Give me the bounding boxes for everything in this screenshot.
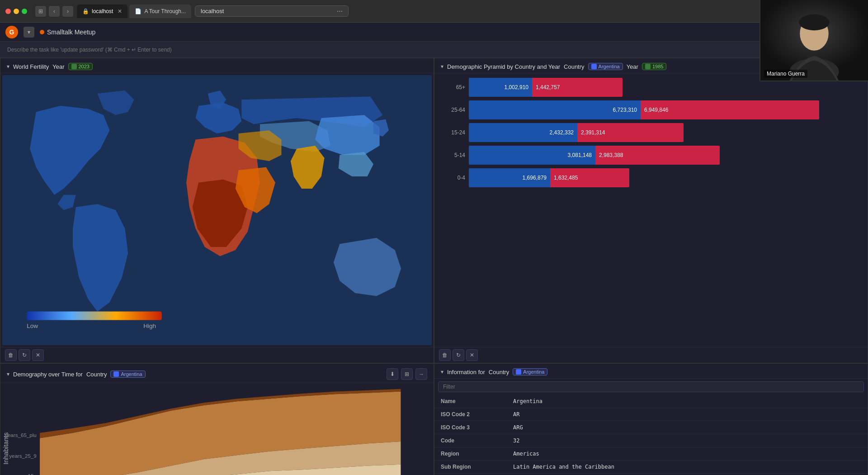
tab-tour-favicon: 📄 bbox=[135, 8, 142, 14]
nav-back-btn[interactable]: ‹ bbox=[49, 6, 60, 17]
world-map-year-label: Year bbox=[52, 63, 64, 70]
world-map-chevron-icon[interactable]: ▾ bbox=[7, 63, 9, 70]
information-chevron-icon[interactable]: ▾ bbox=[441, 369, 443, 375]
app-header: G ▾ Smalltalk Meetup bbox=[0, 23, 868, 42]
tab-localhost-label: localhost bbox=[92, 8, 113, 14]
world-map-delete-btn[interactable]: 🗑 bbox=[5, 349, 17, 361]
tab-tour[interactable]: 📄 A Tour Through... bbox=[129, 5, 191, 18]
table-key: Region bbox=[434, 447, 507, 461]
information-country-badge[interactable]: Argentina bbox=[513, 368, 547, 375]
information-table: NameArgentinaISO Code 2ARISO Code 3ARGCo… bbox=[434, 395, 868, 475]
pyramid-age-label: 65+ bbox=[442, 84, 469, 90]
pyramid-bar-right: 1,632,485 bbox=[550, 168, 629, 187]
task-placeholder: Describe the task like 'update password'… bbox=[7, 47, 172, 53]
address-bar[interactable]: localhost ⋯ bbox=[195, 5, 349, 17]
pyramid-bar-right: 2,983,388 bbox=[595, 146, 720, 165]
demography-country-badge-icon bbox=[113, 371, 119, 377]
address-text: localhost bbox=[201, 8, 224, 14]
maximize-window-btn[interactable] bbox=[22, 9, 27, 14]
nav-sidebar-btn[interactable]: ⊞ bbox=[35, 6, 46, 17]
pyramid-age-label: 15-24 bbox=[442, 129, 469, 136]
pyramid-chart: 65+1,002,9101,442,75725-646,723,3106,949… bbox=[434, 73, 868, 347]
pyramid-delete-btn[interactable]: 🗑 bbox=[439, 349, 451, 361]
table-value: Argentina bbox=[507, 395, 868, 408]
tab-tour-label: A Tour Through... bbox=[144, 8, 186, 14]
pyramid-close-btn[interactable]: ✕ bbox=[466, 349, 478, 361]
table-value: Latin America and the Caribbean bbox=[507, 461, 868, 474]
pyramid-row: 15-242,432,3322,391,314 bbox=[442, 123, 860, 142]
world-map-close-btn[interactable]: ✕ bbox=[32, 349, 44, 361]
app-name-container: Smalltalk Meetup bbox=[40, 28, 95, 36]
pyramid-chevron-icon[interactable]: ▾ bbox=[441, 63, 443, 70]
demography-download-btn[interactable]: ⬇ bbox=[387, 368, 398, 380]
pyramid-bar-left: 6,723,310 bbox=[469, 100, 641, 119]
information-country-value: Argentina bbox=[523, 369, 544, 375]
browser-tabs-container: 🔒 localhost ✕ 📄 A Tour Through... bbox=[77, 5, 191, 18]
information-title: Information for bbox=[447, 369, 485, 375]
information-panel: ▾ Information for Country Argentina Name… bbox=[434, 363, 868, 475]
table-key: Code bbox=[434, 434, 507, 447]
pyramid-bar-left: 2,432,332 bbox=[469, 123, 577, 142]
pyramid-bar-container: 6,723,3106,949,846 bbox=[469, 100, 860, 119]
webcam-name-label: Mariano Guerra bbox=[764, 70, 807, 78]
app-menu-btn[interactable]: ▾ bbox=[24, 27, 34, 38]
nav-forward-btn[interactable]: › bbox=[62, 6, 73, 17]
pyramid-bar-container: 2,432,3322,391,314 bbox=[469, 123, 860, 142]
pyramid-country-badge-icon bbox=[591, 64, 597, 69]
world-map-year-value: 2023 bbox=[79, 64, 90, 69]
table-row: Code32 bbox=[434, 434, 868, 447]
demography-panel: ▾ Demography over Time for Country Argen… bbox=[0, 363, 434, 475]
demography-country-badge[interactable]: Argentina bbox=[110, 370, 145, 378]
pyramid-refresh-btn[interactable]: ↻ bbox=[453, 349, 464, 361]
pyramid-country-badge[interactable]: Argentina bbox=[588, 63, 623, 70]
svg-rect-2 bbox=[27, 311, 162, 320]
world-map-svg: Low High bbox=[2, 75, 432, 345]
pyramid-year-label: Year bbox=[627, 63, 638, 70]
world-map-panel: ▾ World Fertility Year 2023 bbox=[0, 58, 434, 363]
demography-chevron-icon[interactable]: ▾ bbox=[7, 371, 9, 377]
demography-expand-btn[interactable]: → bbox=[415, 368, 427, 380]
table-value: AR bbox=[507, 408, 868, 421]
status-dot bbox=[40, 30, 44, 34]
webcam-overlay: Mariano Guerra bbox=[760, 0, 868, 81]
pyramid-title: Demographic Pyramid by Country and Year bbox=[447, 63, 560, 70]
pyramid-age-label: 5-14 bbox=[442, 152, 469, 158]
svg-text:years_15_: years_15_ bbox=[12, 473, 37, 475]
app-logo: G bbox=[5, 26, 18, 38]
browser-nav: ⊞ ‹ › bbox=[35, 6, 73, 17]
information-filter-input[interactable] bbox=[438, 381, 864, 392]
information-country-label: Country bbox=[489, 369, 509, 375]
app-title: Smalltalk Meetup bbox=[47, 28, 95, 36]
pyramid-country-label: Country bbox=[564, 63, 585, 70]
tab-localhost[interactable]: 🔒 localhost ✕ bbox=[77, 5, 127, 18]
demography-header: ▾ Demography over Time for Country Argen… bbox=[0, 364, 434, 383]
pyramid-bar-left: 3,081,148 bbox=[469, 146, 595, 165]
table-row: Region Code19 bbox=[434, 474, 868, 475]
world-map-refresh-btn[interactable]: ↻ bbox=[19, 349, 30, 361]
table-row: NameArgentina bbox=[434, 395, 868, 408]
webcam-person bbox=[760, 0, 868, 81]
address-menu-icon: ⋯ bbox=[337, 8, 343, 14]
tab-close-icon[interactable]: ✕ bbox=[118, 8, 122, 14]
window-controls bbox=[5, 9, 27, 14]
table-key: ISO Code 2 bbox=[434, 408, 507, 421]
information-country-badge-icon bbox=[516, 369, 521, 375]
pyramid-bar-right: 6,949,846 bbox=[641, 100, 819, 119]
minimize-window-btn[interactable] bbox=[14, 9, 19, 14]
svg-text:High: High bbox=[143, 323, 156, 329]
main-content: ▾ World Fertility Year 2023 bbox=[0, 58, 868, 475]
pyramid-bar-left: 1,002,910 bbox=[469, 78, 532, 97]
svg-text:Low: Low bbox=[27, 323, 38, 329]
svg-point-44 bbox=[799, 14, 829, 30]
information-table-container: NameArgentinaISO Code 2ARISO Code 3ARGCo… bbox=[434, 395, 868, 475]
pyramid-year-badge[interactable]: 1985 bbox=[642, 63, 666, 70]
world-map-year-badge[interactable]: 2023 bbox=[68, 63, 93, 70]
demography-table-btn[interactable]: ⊞ bbox=[401, 368, 413, 380]
pyramid-bar-container: 3,081,1482,983,388 bbox=[469, 146, 860, 165]
pyramid-age-label: 0-4 bbox=[442, 175, 469, 181]
webcam-svg bbox=[760, 0, 868, 81]
pyramid-row: 0-41,696,8791,632,485 bbox=[442, 168, 860, 187]
task-bar[interactable]: Describe the task like 'update password'… bbox=[0, 42, 868, 58]
close-window-btn[interactable] bbox=[5, 9, 11, 14]
pyramid-row: 25-646,723,3106,949,846 bbox=[442, 100, 860, 119]
